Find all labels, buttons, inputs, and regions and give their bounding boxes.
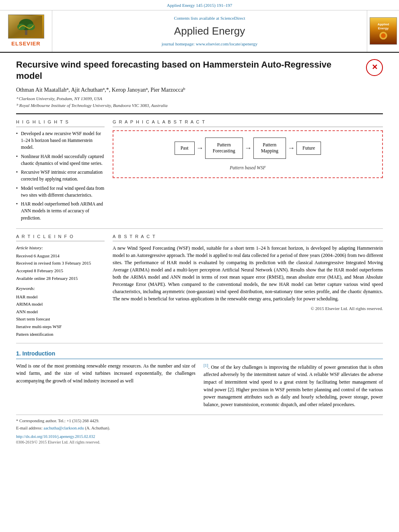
paper-content: Recursive wind speed forecasting based o… bbox=[0, 53, 399, 453]
title-divider bbox=[16, 113, 383, 114]
ga-flow: Past → PatternForecasting → PatternMappi… bbox=[175, 138, 321, 159]
highlight-item-2: Nonlinear HAR model successfully capture… bbox=[16, 153, 105, 167]
science-direct-link[interactable]: ScienceDirect bbox=[220, 16, 245, 21]
affiliation-a: ᵃ Clarkson University, Potsdam, NY 13699… bbox=[16, 96, 102, 101]
authors: Othman Ait Maatallahᵃ, Ajit Achuthanᵃ,*,… bbox=[16, 86, 383, 94]
crossmark-icon: ✕ bbox=[372, 62, 378, 72]
highlights-list: Developed a new recursive WSF model for … bbox=[16, 130, 105, 222]
abstract-copyright: © 2015 Elsevier Ltd. All rights reserved… bbox=[113, 306, 383, 312]
journal-title: Applied Energy bbox=[174, 24, 245, 38]
article-history-label: Article history: bbox=[16, 244, 105, 252]
ga-label: Pattern based WSF bbox=[230, 164, 265, 171]
graphical-abstract-heading: G R A P H I C A L A B S T R A C T bbox=[113, 119, 383, 127]
received-revised-date: Received in revised form 3 February 2015 bbox=[16, 260, 105, 267]
keyword-1: HAR model bbox=[16, 294, 105, 301]
introduction-col1: Wind is one of the most promising renewa… bbox=[16, 362, 195, 409]
elsevier-logo: ELSEVIER bbox=[8, 14, 44, 47]
svg-point-3 bbox=[17, 24, 25, 30]
abstract-section: A B S T R A C T A new Wind Speed Forecas… bbox=[113, 234, 383, 339]
introduction-col2: [1]. One of the key challenges is improv… bbox=[204, 362, 383, 409]
footer-section: * Corresponding author. Tel.: +1 (315) 2… bbox=[16, 415, 383, 445]
highlights-abstract-row: H I G H L I G H T S Developed a new recu… bbox=[16, 119, 383, 223]
article-info-section: A R T I C L E I N F O Article history: R… bbox=[16, 234, 105, 339]
section-divider-2 bbox=[16, 343, 383, 343]
journal-header: ELSEVIER Contents lists available at Sci… bbox=[0, 10, 399, 52]
doi-text: Applied Energy 145 (2015) 191–197 bbox=[167, 3, 232, 8]
ga-box-mapping: PatternMapping bbox=[253, 138, 286, 159]
crossmark-badge: ✕ bbox=[366, 59, 383, 76]
highlight-item-1: Developed a new recursive WSF model for … bbox=[16, 130, 105, 151]
footer-corresponding-note: * Corresponding author. Tel.: +1 (315) 2… bbox=[16, 418, 383, 424]
footer-email-note: E-mail address: aachutha@clarkson.edu (A… bbox=[16, 425, 383, 431]
elsevier-label: ELSEVIER bbox=[11, 40, 40, 47]
keyword-2: ARIMA model bbox=[16, 301, 105, 308]
intro-col2-ref[interactable]: [1] bbox=[204, 363, 208, 368]
crossmark-circle: ✕ bbox=[366, 59, 383, 76]
section-divider-1 bbox=[16, 228, 383, 229]
highlight-item-3: Recursive WSF intrinsic error accumulati… bbox=[16, 169, 105, 183]
authors-text: Othman Ait Maatallahᵃ, Ajit Achuthanᵃ,*,… bbox=[16, 87, 185, 93]
paper-title-section: Recursive wind speed forecasting based o… bbox=[16, 59, 383, 82]
journal-homepage: journal homepage: www.elsevier.com/locat… bbox=[162, 41, 258, 47]
elsevier-logo-image bbox=[8, 14, 44, 39]
ga-box-forecasting: PatternForecasting bbox=[205, 138, 243, 159]
accepted-date: Accepted 8 February 2015 bbox=[16, 267, 105, 275]
keyword-3: ANN model bbox=[16, 308, 105, 316]
svg-rect-5 bbox=[370, 18, 397, 44]
introduction-heading: 1. Introduction bbox=[16, 350, 383, 359]
keywords-section: Keywords: HAR model ARIMA model ANN mode… bbox=[16, 285, 105, 338]
intro-col2-text: . One of the key challenges is improving… bbox=[204, 364, 383, 407]
applied-energy-badge-section: Applied Energy bbox=[367, 10, 399, 51]
introduction-body: Wind is one of the most promising renewa… bbox=[16, 362, 383, 409]
footer-doi-link[interactable]: http://dx.doi.org/10.1016/j.apenergy.201… bbox=[16, 434, 383, 440]
elsevier-logo-section: ELSEVIER bbox=[0, 10, 52, 51]
ga-box-future: Future bbox=[296, 142, 321, 155]
keyword-5: Iterative multi-steps WSF bbox=[16, 323, 105, 331]
contents-text: Contents lists available at bbox=[174, 16, 220, 21]
footer-email-link[interactable]: aachutha@clarkson.edu bbox=[43, 426, 84, 430]
highlight-item-4: Model verified for real wind speed data … bbox=[16, 185, 105, 199]
abstract-heading: A B S T R A C T bbox=[113, 234, 383, 241]
footer-doi-text[interactable]: http://dx.doi.org/10.1016/j.apenergy.201… bbox=[16, 434, 95, 439]
ga-arrow-3: → bbox=[288, 143, 295, 153]
available-date: Available online 28 February 2015 bbox=[16, 275, 105, 282]
keywords-label: Keywords: bbox=[16, 285, 105, 292]
keyword-6: Pattern identification bbox=[16, 331, 105, 338]
intro-col1-text: Wind is one of the most promising renewa… bbox=[16, 363, 195, 384]
graphical-abstract-section: G R A P H I C A L A B S T R A C T Past →… bbox=[113, 119, 383, 223]
highlight-item-5: HAR model outperformed both ARIMA and AN… bbox=[16, 201, 105, 222]
graphical-abstract-diagram: Past → PatternForecasting → PatternMappi… bbox=[113, 130, 383, 178]
ga-mapping-text: PatternMapping bbox=[261, 142, 278, 154]
abstract-text: A new Wind Speed Forecasting (WSF) model… bbox=[113, 244, 383, 302]
doi-bar: Applied Energy 145 (2015) 191–197 bbox=[0, 0, 399, 10]
affiliation-b: ᵇ Royal Melbourne Institute of Technolog… bbox=[16, 103, 168, 108]
article-info: Article history: Received 6 August 2014 … bbox=[16, 244, 105, 338]
keyword-4: Short term forecast bbox=[16, 316, 105, 323]
highlights-heading: H I G H L I G H T S bbox=[16, 119, 105, 127]
article-info-abstract-row: A R T I C L E I N F O Article history: R… bbox=[16, 234, 383, 339]
svg-point-4 bbox=[27, 24, 35, 30]
homepage-text: journal homepage: www.elsevier.com/locat… bbox=[162, 41, 258, 46]
svg-text:Energy: Energy bbox=[378, 27, 389, 31]
applied-energy-badge: Applied Energy bbox=[370, 17, 397, 45]
received-date: Received 6 August 2014 bbox=[16, 253, 105, 260]
ga-forecasting-text: PatternForecasting bbox=[213, 142, 235, 154]
svg-text:Applied: Applied bbox=[377, 23, 389, 27]
journal-center: Contents lists available at ScienceDirec… bbox=[52, 10, 367, 51]
ga-box-past: Past bbox=[175, 142, 195, 155]
ga-arrow-1: → bbox=[196, 143, 204, 153]
footer-copyright: 0306-2619/© 2015 Elsevier Ltd. All right… bbox=[16, 440, 383, 445]
article-info-heading: A R T I C L E I N F O bbox=[16, 234, 105, 241]
affiliations: ᵃ Clarkson University, Potsdam, NY 13699… bbox=[16, 95, 383, 109]
highlights-section: H I G H L I G H T S Developed a new recu… bbox=[16, 119, 105, 223]
paper-title: Recursive wind speed forecasting based o… bbox=[16, 59, 360, 82]
ga-arrow-2: → bbox=[245, 143, 252, 153]
contents-line: Contents lists available at ScienceDirec… bbox=[174, 15, 245, 21]
introduction-section: 1. Introduction Wind is one of the most … bbox=[16, 350, 383, 408]
svg-point-9 bbox=[381, 33, 386, 38]
